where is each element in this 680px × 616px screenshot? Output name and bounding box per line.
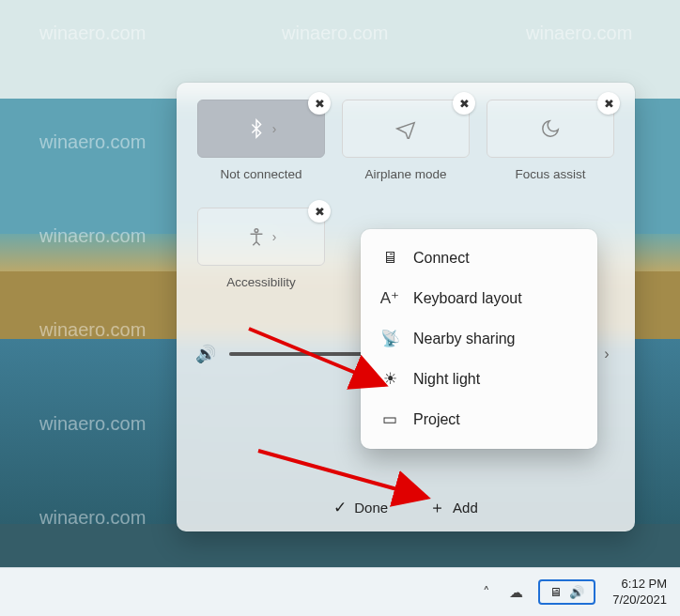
bluetooth-icon — [246, 118, 267, 139]
tile-label: Accessibility — [226, 275, 296, 289]
tile-label: Not connected — [220, 167, 301, 181]
add-menu-item-nearby[interactable]: 📡 Nearby sharing — [366, 318, 592, 359]
check-icon: ✓ — [333, 498, 347, 517]
menu-item-label: Project — [413, 411, 460, 428]
add-label: Add — [453, 500, 478, 516]
done-label: Done — [354, 500, 388, 516]
audio-output-chevron[interactable]: › — [597, 346, 616, 362]
menu-item-label: Nearby sharing — [413, 331, 516, 347]
menu-item-label: Connect — [413, 250, 470, 267]
clock-time: 6:12 PM — [612, 577, 667, 592]
keyboard-icon: A⁺ — [379, 288, 400, 308]
chevron-right-icon: › — [272, 229, 277, 244]
accessibility-icon — [246, 226, 267, 247]
chevron-right-icon: › — [272, 121, 277, 136]
unpin-icon[interactable]: ✖ — [597, 92, 620, 115]
tray-overflow-chevron[interactable]: ˄ — [479, 580, 494, 605]
project-icon: ▭ — [379, 409, 400, 429]
connect-icon: 🖥 — [379, 249, 400, 268]
focus-toggle[interactable] — [487, 100, 614, 158]
tray-quick-settings[interactable]: 🖥 🔊 — [538, 579, 595, 605]
add-button[interactable]: ＋ Add — [429, 497, 478, 518]
clock-date: 7/20/2021 — [612, 593, 667, 608]
unpin-icon[interactable]: ✖ — [453, 92, 475, 115]
menu-item-label: Night light — [413, 371, 480, 388]
done-button[interactable]: ✓ Done — [333, 497, 388, 518]
nightlight-icon: ☀ — [379, 369, 400, 389]
speaker-icon: 🔊 — [195, 344, 216, 364]
add-menu-item-project[interactable]: ▭ Project — [366, 399, 592, 439]
moon-icon — [540, 118, 561, 139]
add-menu-popup: 🖥 Connect A⁺ Keyboard layout 📡 Nearby sh… — [361, 229, 597, 449]
airplane-icon — [395, 118, 416, 139]
taskbar: ˄ ☁ 🖥 🔊 6:12 PM 7/20/2021 — [0, 567, 680, 616]
tile-accessibility: › ✖ Accessibility — [195, 208, 327, 289]
tile-bluetooth: › ✖ Not connected — [195, 100, 327, 181]
speaker-icon: 🔊 — [569, 585, 584, 599]
accessibility-toggle[interactable]: › — [197, 208, 325, 266]
plus-icon: ＋ — [429, 497, 445, 518]
tile-label: Airplane mode — [364, 167, 446, 181]
network-icon: 🖥 — [549, 585, 562, 599]
menu-item-label: Keyboard layout — [413, 290, 522, 307]
airplane-toggle[interactable] — [342, 100, 470, 158]
unpin-icon[interactable]: ✖ — [308, 92, 331, 115]
clock[interactable]: 6:12 PM 7/20/2021 — [612, 577, 667, 608]
unpin-icon[interactable]: ✖ — [308, 200, 331, 223]
add-menu-item-keyboard[interactable]: A⁺ Keyboard layout — [366, 278, 592, 318]
panel-footer: ✓ Done ＋ Add — [177, 497, 635, 518]
tile-label: Focus assist — [515, 167, 585, 181]
add-menu-item-connect[interactable]: 🖥 Connect — [366, 239, 592, 278]
tile-airplane: ✖ Airplane mode — [340, 100, 471, 181]
tile-grid: › ✖ Not connected ✖ Airplane mode ✖ Focu… — [195, 100, 616, 181]
tile-focus: ✖ Focus assist — [485, 100, 616, 181]
nearby-icon: 📡 — [379, 329, 400, 348]
onedrive-icon[interactable]: ☁ — [505, 580, 527, 605]
svg-point-0 — [255, 229, 258, 233]
bluetooth-toggle[interactable]: › — [197, 100, 325, 158]
add-menu-item-nightlight[interactable]: ☀ Night light — [366, 359, 592, 399]
